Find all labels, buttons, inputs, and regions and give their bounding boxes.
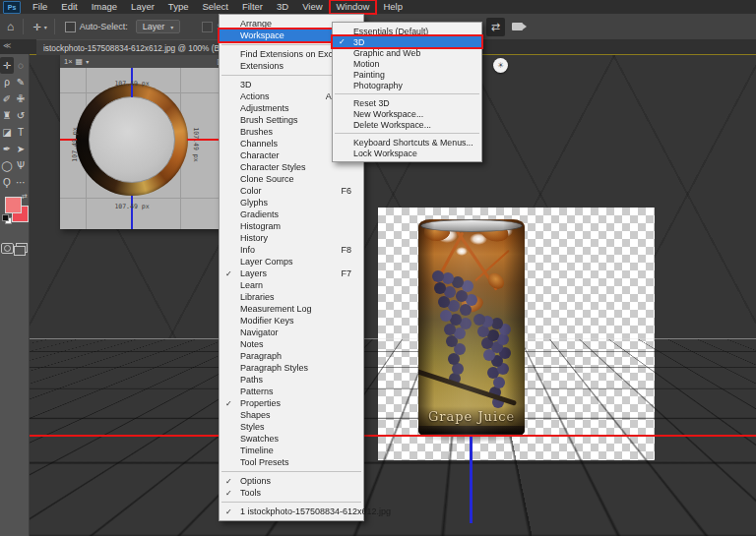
menu-item-glyphs[interactable]: Glyphs <box>220 197 363 208</box>
secondary-view-panel[interactable]: 1× ▦ ▾ ▣ 107.49 px 107.49 px <box>60 55 228 229</box>
history-brush-tool[interactable]: ↺ <box>14 107 28 124</box>
menu-item-delete-workspace[interactable]: Delete Workspace... <box>333 119 481 130</box>
menubar-help[interactable]: Help <box>376 0 410 14</box>
measurement-label-bottom: 107.49 px <box>102 203 161 210</box>
menubar-edit[interactable]: Edit <box>54 0 84 14</box>
menu-item-modifier-keys[interactable]: Modifier Keys <box>220 315 363 327</box>
clone-stamp-tool[interactable]: ♜ <box>0 107 14 124</box>
menubar-filter[interactable]: Filter <box>235 0 270 14</box>
menu-item-timeline[interactable]: Timeline <box>220 445 363 456</box>
type-tool[interactable]: T <box>14 124 28 141</box>
menu-item-label: Tools <box>240 488 261 498</box>
auto-select-checkbox[interactable] <box>65 22 76 32</box>
more-tools[interactable]: ⋯ <box>14 174 28 191</box>
menu-item-patterns[interactable]: Patterns <box>220 386 363 397</box>
can-top-view-ring <box>76 84 188 196</box>
menu-item-label: Brushes <box>240 127 273 137</box>
menu-item-graphic-and-web[interactable]: Graphic and Web <box>333 47 481 58</box>
menu-item-keyboard-shortcuts-menus[interactable]: Keyboard Shortcuts & Menus... <box>333 137 481 148</box>
menu-item-photography[interactable]: Photography <box>333 80 481 90</box>
home-icon[interactable]: ⌂ <box>7 20 14 33</box>
collapse-panels-icon[interactable]: ≪ <box>3 41 11 50</box>
zoom-tool[interactable]: Ϙ <box>0 174 14 191</box>
menu-item-label: Workspace <box>240 30 284 40</box>
menubar-layer[interactable]: Layer <box>124 0 161 14</box>
grape-cluster <box>473 314 485 326</box>
move-tool[interactable]: ✛ <box>0 57 14 74</box>
foreground-color-swatch[interactable] <box>5 197 22 213</box>
auto-select-label: Auto-Select: <box>80 22 128 31</box>
grape-juice-can[interactable]: Grape Juice <box>418 219 525 437</box>
direct-selection-tool[interactable]: ➤ <box>14 141 28 157</box>
menu-item-3d[interactable]: ✓3D <box>333 36 481 47</box>
menu-item-paragraph-styles[interactable]: Paragraph Styles <box>220 362 363 374</box>
hand-tool[interactable]: Ѱ <box>14 157 28 174</box>
menu-item-paths[interactable]: Paths <box>220 374 363 386</box>
menu-item-layer-comps[interactable]: Layer Comps <box>220 256 363 268</box>
menu-item-layers[interactable]: ✓LayersF7 <box>220 268 363 279</box>
checkmark-icon: ✓ <box>225 269 232 278</box>
menu-item-histogram[interactable]: Histogram <box>220 220 363 232</box>
menu-item-motion[interactable]: Motion <box>333 58 481 69</box>
auto-select-target-dropdown[interactable]: Layer ▾ <box>136 20 181 33</box>
menubar-type[interactable]: Type <box>161 0 196 14</box>
menu-item-clone-source[interactable]: Clone Source <box>220 173 363 185</box>
shape-tool[interactable]: ◯ <box>0 157 14 174</box>
menu-item-swatches[interactable]: Swatches <box>220 433 363 445</box>
menu-item-styles[interactable]: Styles <box>220 421 363 433</box>
menu-item-options[interactable]: ✓Options <box>220 475 363 487</box>
eyedropper-tool[interactable]: ✐ <box>0 90 14 107</box>
can-top-rim <box>420 219 523 232</box>
menu-item-history[interactable]: History <box>220 232 363 244</box>
menu-item-info[interactable]: InfoF8 <box>220 244 363 256</box>
menu-item-1-istockphoto-157508834-612x612-jpg[interactable]: ✓1 istockphoto-157508834-612x612.jpg <box>220 506 363 517</box>
3d-light-widget[interactable]: ☀ <box>493 58 508 73</box>
menu-item-paragraph[interactable]: Paragraph <box>220 350 363 362</box>
menubar-window[interactable]: Window <box>330 0 377 14</box>
photoshop-logo[interactable]: Ps <box>3 1 21 14</box>
menubar-file[interactable]: File <box>26 0 54 14</box>
menu-item-shapes[interactable]: Shapes <box>220 409 363 421</box>
menubar-select[interactable]: Select <box>195 0 234 14</box>
menu-item-lock-workspace[interactable]: Lock Workspace <box>333 148 481 158</box>
menu-item-gradients[interactable]: Gradients <box>220 208 363 220</box>
menu-item-reset-3d[interactable]: Reset 3D <box>333 97 481 108</box>
menu-item-new-workspace[interactable]: New Workspace... <box>333 108 481 119</box>
menu-item-label: Layer Comps <box>240 257 293 267</box>
menubar-view[interactable]: View <box>295 0 329 14</box>
menu-item-properties[interactable]: ✓Properties <box>220 397 363 409</box>
menubar-image[interactable]: Image <box>85 0 124 14</box>
healing-brush-tool[interactable]: ✙ <box>14 90 28 107</box>
eraser-tool[interactable]: ◪ <box>0 124 14 141</box>
dolly-3d-mode[interactable] <box>508 18 527 36</box>
screen-mode-icon[interactable] <box>16 243 28 253</box>
menu-item-notes[interactable]: Notes <box>220 338 363 350</box>
measurement-label-left: 107.49 px <box>71 115 79 174</box>
chevron-down-icon[interactable]: ▾ <box>86 58 89 65</box>
menu-item-essentials-default[interactable]: Essentials (Default) <box>333 26 481 36</box>
brush-tool[interactable]: ✎ <box>14 74 28 90</box>
swap-colors-icon[interactable]: ⇄ <box>22 193 28 201</box>
menu-item-color[interactable]: ColorF6 <box>220 185 363 197</box>
menubar-3d[interactable]: 3D <box>270 0 295 14</box>
menu-item-tool-presets[interactable]: Tool Presets <box>220 456 363 468</box>
menu-item-label: Painting <box>353 70 385 80</box>
lasso-tool[interactable]: ρ <box>0 74 14 90</box>
menu-item-learn[interactable]: Learn <box>220 279 363 291</box>
menu-item-painting[interactable]: Painting <box>333 69 481 80</box>
pen-tool[interactable]: ✒ <box>0 141 14 157</box>
menu-item-tools[interactable]: ✓Tools <box>220 487 363 499</box>
move-tool-icon[interactable]: ✛ <box>32 22 40 32</box>
menu-item-character-styles[interactable]: Character Styles <box>220 161 363 173</box>
3d-z-axis-line[interactable] <box>470 437 472 523</box>
menu-item-measurement-log[interactable]: Measurement Log <box>220 303 363 315</box>
3d-x-axis-line[interactable] <box>30 435 756 437</box>
slide-3d-mode[interactable]: ⇄ <box>486 18 505 36</box>
menu-item-libraries[interactable]: Libraries <box>220 291 363 303</box>
menu-item-label: Delete Workspace... <box>353 120 431 130</box>
view-options-icon[interactable]: ▦ <box>76 57 84 66</box>
menu-item-navigator[interactable]: Navigator <box>220 327 363 338</box>
chevron-down-icon[interactable]: ▾ <box>44 24 47 30</box>
marquee-tool[interactable]: ◌ <box>14 57 28 74</box>
quick-mask-icon[interactable] <box>1 243 14 254</box>
